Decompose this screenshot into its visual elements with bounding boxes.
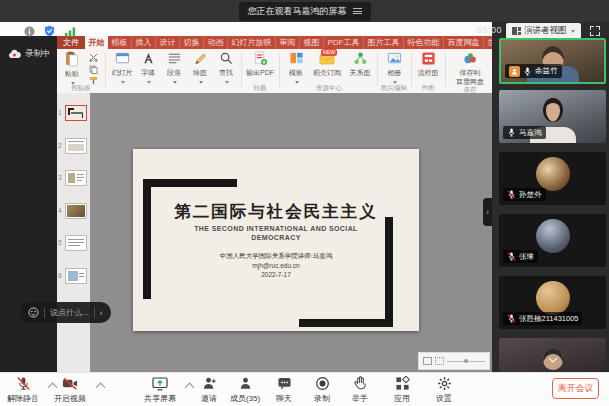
thumbnail-4-preview[interactable] <box>65 203 87 219</box>
group-convert: 转换 <box>245 84 275 93</box>
thumbnail-2[interactable]: 2 <box>57 138 90 160</box>
thumbnail-6[interactable]: 6 <box>57 268 90 290</box>
thumbnail-4[interactable]: 4 <box>57 203 90 225</box>
unmute-button[interactable]: 解除静音 <box>0 376 49 404</box>
paste-button[interactable]: 粘贴 <box>59 51 85 86</box>
find-button[interactable]: 查找 <box>213 51 239 85</box>
slide-email: mjh@ruc.edu.cn <box>133 262 419 269</box>
emoji-icon[interactable] <box>28 307 39 318</box>
quick-chat-bar[interactable]: 说点什么... ‹ <box>20 302 111 323</box>
wps-statusbar-fragment <box>418 352 490 370</box>
leave-meeting-button[interactable]: 离开会议 <box>552 378 599 399</box>
invite-icon <box>202 376 217 391</box>
font-button[interactable]: 字体 <box>135 51 161 85</box>
start-video-button[interactable]: 开启视频 <box>44 376 96 404</box>
docer-subscribe-button[interactable]: NEW 稻壳订阅 <box>311 51 343 78</box>
participant-name-bar: 张胜楠211431005 <box>503 312 582 325</box>
menu-view[interactable]: 视图 <box>300 36 324 49</box>
mic-muted-icon <box>507 190 516 199</box>
find-icon <box>219 51 234 66</box>
network-signal-icon[interactable] <box>64 26 76 37</box>
participant-tile-2[interactable]: 马嘉鸿 <box>499 90 606 143</box>
paragraph-icon <box>167 51 182 66</box>
save-to-pan-button[interactable]: 保存到 百度网盘 <box>451 51 489 87</box>
watching-banner[interactable]: 您正在观看马嘉鸿的屏幕 <box>239 2 371 21</box>
menu-picture-tools[interactable]: 图片工具 <box>364 36 404 49</box>
participant-tile-5[interactable]: 张胜楠211431005 <box>499 276 606 329</box>
menu-tell-me[interactable]: 告诉我 <box>484 36 492 49</box>
album-button[interactable]: 相册 <box>381 51 407 85</box>
menu-home[interactable]: 开始 <box>85 36 108 49</box>
menu-transition[interactable]: 切换 <box>180 36 204 49</box>
pdf-icon <box>253 51 268 66</box>
thumbnail-5-preview[interactable] <box>65 235 87 251</box>
shield-encryption-icon[interactable] <box>44 25 55 37</box>
collapse-chat-icon[interactable]: ‹ <box>100 308 103 318</box>
copy-icon[interactable] <box>89 65 98 74</box>
group-picture-edit: 图片编辑 <box>373 84 415 93</box>
paste-icon <box>64 51 80 67</box>
paragraph-button[interactable]: 段落 <box>161 51 187 85</box>
slide-subtitle: THE SECOND INTERNATIONAL AND SOCIAL DEMO… <box>133 225 419 242</box>
settings-button[interactable]: 设置 <box>418 376 470 404</box>
view-normal-icon[interactable] <box>423 357 432 365</box>
zoom-slider[interactable] <box>447 361 485 362</box>
chat-icon <box>277 376 292 391</box>
draw-icon <box>193 51 208 66</box>
draw-button[interactable]: 绘图 <box>187 51 213 85</box>
menu-animation[interactable]: 动画 <box>204 36 228 49</box>
thumbnail-1-preview[interactable] <box>65 105 87 121</box>
menu-pdf-tools[interactable]: PDF工具 <box>324 36 364 49</box>
menu-slideshow[interactable]: 幻灯片放映 <box>228 36 276 49</box>
sidebar-handle[interactable]: › <box>483 198 492 226</box>
template-icon <box>289 51 304 66</box>
top-banner-bar: 您正在观看马嘉鸿的屏幕 <box>0 0 609 22</box>
thumbnail-2-preview[interactable] <box>65 138 87 154</box>
thumbnail-6-preview[interactable] <box>65 268 87 284</box>
scroll-more-participants-icon[interactable] <box>547 354 559 366</box>
info-icon[interactable] <box>24 26 35 37</box>
thumbnail-3[interactable]: 3 <box>57 170 90 192</box>
menu-features[interactable]: 特色功能 <box>404 36 444 49</box>
thumbnail-1[interactable]: 1 <box>57 105 90 127</box>
diagram-icon <box>353 51 368 66</box>
slides-icon <box>115 51 130 66</box>
cut-icon[interactable] <box>89 53 98 62</box>
diagram-button[interactable]: 关系图 <box>347 51 373 78</box>
menu-file[interactable]: 文件 <box>57 36 85 49</box>
participant-avatar <box>536 157 570 191</box>
menu-review[interactable]: 审阅 <box>276 36 300 49</box>
menu-insert[interactable]: 插入 <box>132 36 156 49</box>
participant-tile-4[interactable]: 张琳 <box>499 214 606 267</box>
members-icon <box>238 376 253 391</box>
view-mode-button[interactable]: 演讲者视图 <box>506 23 581 39</box>
group-drawing: 作图 <box>415 84 441 93</box>
fullscreen-icon[interactable] <box>590 26 600 36</box>
participant-tile-1[interactable]: 余益竹 <box>499 38 606 84</box>
mic-on-icon <box>523 67 532 76</box>
slide-author: 中国人民大学国际关系学院讲师:马嘉鸿 <box>133 252 419 261</box>
slides-button[interactable]: 幻灯片 <box>109 51 135 85</box>
mic-on-icon <box>507 128 516 137</box>
participant-name: 马嘉鸿 <box>519 128 542 138</box>
thumbnail-5[interactable]: 5 <box>57 235 90 257</box>
flowchart-button[interactable]: 流程图 <box>415 51 441 78</box>
participant-tile-3[interactable]: 孙楚外 <box>499 152 606 205</box>
menu-design[interactable]: 设计 <box>156 36 180 49</box>
raise-hand-icon <box>353 376 368 391</box>
current-slide[interactable]: 第二国际与社会民主主义 THE SECOND INTERNATIONAL AND… <box>133 149 419 331</box>
menu-template[interactable]: 模板 <box>108 36 132 49</box>
participant-name: 余益竹 <box>535 66 558 76</box>
watching-banner-text: 您正在观看马嘉鸿的屏幕 <box>248 5 347 18</box>
participant-tile-6[interactable] <box>499 338 606 372</box>
share-screen-button[interactable]: 共享屏幕 <box>134 376 186 404</box>
menu-baidu-pan[interactable]: 百度网盘 <box>444 36 484 49</box>
clipboard-small-buttons[interactable] <box>89 53 98 85</box>
template-button[interactable]: 模板 <box>283 51 309 85</box>
video-options-caret[interactable] <box>96 383 106 393</box>
thumbnail-3-preview[interactable] <box>65 170 87 186</box>
view-sorter-icon[interactable] <box>435 357 444 365</box>
quick-chat-input[interactable]: 说点什么... <box>50 307 89 318</box>
export-pdf-button[interactable]: 输出PDF <box>245 51 275 78</box>
banner-menu-icon[interactable] <box>353 7 362 16</box>
